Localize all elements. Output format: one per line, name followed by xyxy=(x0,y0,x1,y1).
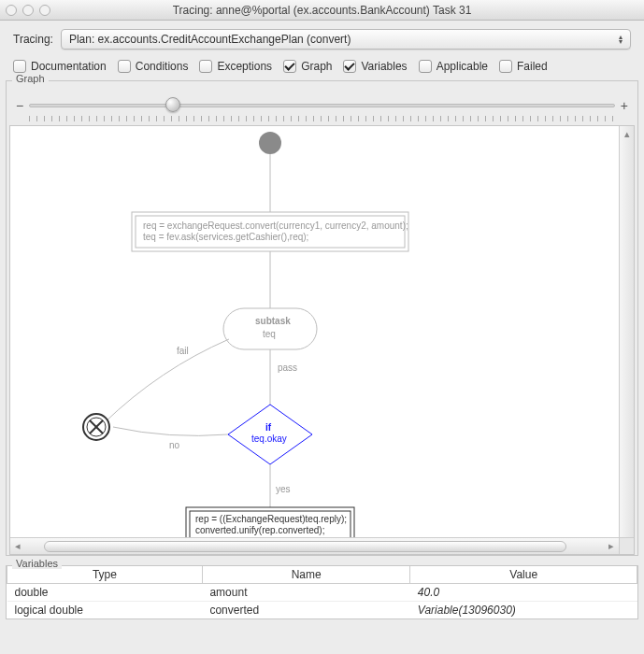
toggle-conditions[interactable]: Conditions xyxy=(118,60,189,73)
toggle-applicable[interactable]: Applicable xyxy=(419,60,488,73)
table-row[interactable]: logical double converted Variable(130960… xyxy=(7,602,637,619)
view-toggles: Documentation Conditions Exceptions Grap… xyxy=(0,52,644,78)
plan-select[interactable]: Plan: ex.accounts.CreditAccountExchangeP… xyxy=(61,29,631,50)
scroll-thumb[interactable] xyxy=(44,541,566,552)
window-title: Tracing: anne@%portal (ex.accounts.BankA… xyxy=(0,4,644,17)
fail-terminal-node xyxy=(83,414,109,440)
toggle-documentation[interactable]: Documentation xyxy=(13,60,107,73)
traffic-minimize[interactable] xyxy=(22,5,34,16)
toggle-variables[interactable]: Variables xyxy=(343,60,407,73)
slider-plus-icon[interactable]: + xyxy=(621,98,628,113)
svg-text:yes: yes xyxy=(276,484,291,494)
decision-if-node: if teq.okay xyxy=(228,405,312,464)
subtask-node: subtask teq xyxy=(223,308,317,349)
scroll-right-icon[interactable]: ▸ xyxy=(604,539,619,554)
svg-text:converted.unify(rep.converted): converted.unify(rep.converted); xyxy=(195,525,324,535)
scrollbar-vertical[interactable]: ▴ xyxy=(619,126,634,537)
svg-text:teq = fev.ask(services.getCash: teq = fev.ask(services.getCashier(),req)… xyxy=(143,232,308,242)
svg-text:teq.okay: teq.okay xyxy=(251,434,287,444)
variables-table: Type Name Value double amount 40.0 logic… xyxy=(7,565,637,618)
tracing-label: Tracing: xyxy=(13,33,53,46)
graph-group: Graph − + req = exchangeRequest.convert(… xyxy=(6,80,638,556)
toggle-graph[interactable]: Graph xyxy=(283,60,332,73)
chevron-updown-icon: ▴▾ xyxy=(619,35,623,44)
flow-graph-svg: req = exchangeRequest.convert(currency1,… xyxy=(10,126,627,555)
variables-group: Variables Type Name Value double amount … xyxy=(6,565,638,619)
svg-text:rep = ((ExchangeRequest)teq.re: rep = ((ExchangeRequest)teq.reply); xyxy=(195,514,347,524)
variables-group-label: Variables xyxy=(12,558,62,569)
svg-text:fail: fail xyxy=(177,346,189,356)
toolbar: Tracing: Plan: ex.accounts.CreditAccount… xyxy=(0,21,644,78)
table-row[interactable]: double amount 40.0 xyxy=(7,584,637,602)
col-value[interactable]: Value xyxy=(410,566,637,584)
start-node xyxy=(259,132,281,154)
scroll-corner xyxy=(619,537,634,554)
svg-text:req = exchangeRequest.convert(: req = exchangeRequest.convert(currency1,… xyxy=(143,220,408,231)
scroll-left-icon[interactable]: ◂ xyxy=(10,539,25,554)
graph-group-label: Graph xyxy=(12,73,49,84)
traffic-close[interactable] xyxy=(6,5,17,16)
svg-text:teq: teq xyxy=(263,329,276,339)
traffic-zoom[interactable] xyxy=(39,5,50,16)
action-node-1: req = exchangeRequest.convert(currency1,… xyxy=(132,212,408,251)
table-header-row: Type Name Value xyxy=(7,566,637,584)
svg-text:if: if xyxy=(265,422,272,433)
svg-text:no: no xyxy=(169,440,180,450)
toggle-exceptions[interactable]: Exceptions xyxy=(199,60,272,73)
window-titlebar: Tracing: anne@%portal (ex.accounts.BankA… xyxy=(0,0,644,21)
scroll-up-icon[interactable]: ▴ xyxy=(620,126,635,141)
graph-canvas[interactable]: req = exchangeRequest.convert(currency1,… xyxy=(9,125,635,555)
timeline-slider[interactable] xyxy=(29,95,615,116)
plan-select-value: Plan: ex.accounts.CreditAccountExchangeP… xyxy=(69,33,351,46)
scrollbar-horizontal[interactable]: ◂ ▸ xyxy=(10,537,619,554)
toggle-failed[interactable]: Failed xyxy=(499,60,548,73)
svg-text:pass: pass xyxy=(278,363,297,373)
svg-text:subtask: subtask xyxy=(255,316,291,326)
col-name[interactable]: Name xyxy=(202,566,409,584)
slider-minus-icon[interactable]: − xyxy=(16,98,23,113)
slider-knob[interactable] xyxy=(165,97,180,112)
